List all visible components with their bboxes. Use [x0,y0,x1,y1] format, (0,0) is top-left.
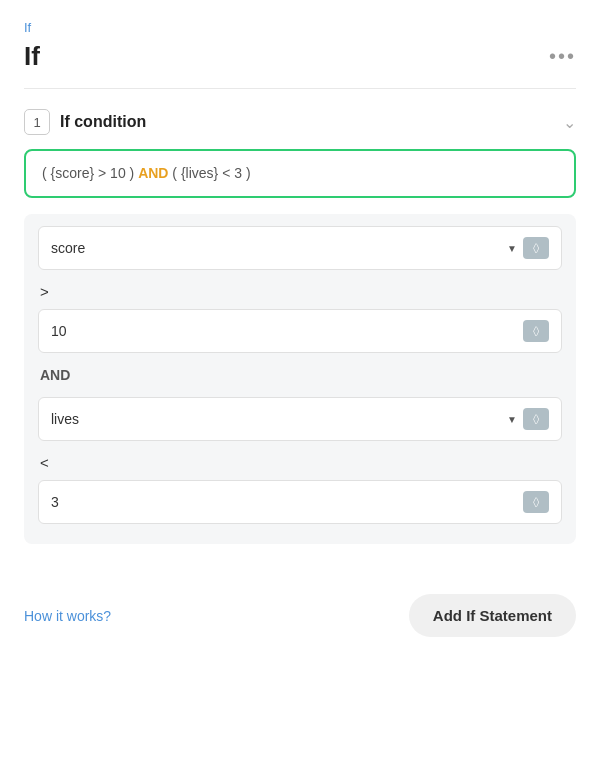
more-options-icon[interactable]: ••• [549,45,576,68]
lives-dropdown-icon[interactable]: ▼ [507,414,517,425]
page-header: If ••• [24,41,576,89]
lives-value-code-icon[interactable]: 〈〉 [523,491,549,513]
lives-field-label: lives [51,411,79,427]
preview-op-gt: > 10 ) [94,165,134,181]
score-value-code-icon[interactable]: 〈〉 [523,320,549,342]
lives-operator: < [40,454,49,471]
score-field-select[interactable]: score ▼ 〈〉 [38,226,562,270]
lives-field-icons: ▼ 〈〉 [507,408,549,430]
preview-open-paren-2: ( [168,165,177,181]
how-it-works-link[interactable]: How it works? [24,608,111,624]
condition-title: If condition [60,113,563,131]
condition-preview: ( {score} > 10 ) AND ( {lives} < 3 ) [24,149,576,198]
preview-op-lt: < 3 ) [218,165,250,181]
score-operator-row: > [38,278,562,305]
breadcrumb: If [24,20,576,35]
lives-field-select[interactable]: lives ▼ 〈〉 [38,397,562,441]
score-value-row[interactable]: 10 〈〉 [38,309,562,353]
condition-number: 1 [24,109,50,135]
score-field-icons: ▼ 〈〉 [507,237,549,259]
conditions-body: score ▼ 〈〉 > 10 〈〉 AND [24,214,576,544]
page-title: If [24,41,40,72]
lives-code-icon[interactable]: 〈〉 [523,408,549,430]
condition-header: 1 If condition ⌄ [24,109,576,135]
lives-operator-row: < [38,449,562,476]
preview-var-lives: {lives} [177,165,218,181]
add-if-statement-button[interactable]: Add If Statement [409,594,576,637]
lives-value: 3 [51,494,59,510]
lives-value-row[interactable]: 3 〈〉 [38,480,562,524]
score-operator: > [40,283,49,300]
score-field-row: score ▼ 〈〉 [38,226,562,270]
preview-var-score: {score} [47,165,94,181]
footer: How it works? Add If Statement [24,584,576,637]
and-separator: AND [38,361,562,389]
lives-field-row: lives ▼ 〈〉 [38,397,562,441]
score-dropdown-icon[interactable]: ▼ [507,243,517,254]
score-field-label: score [51,240,85,256]
score-value: 10 [51,323,67,339]
preview-and: AND [138,165,168,181]
condition-section: 1 If condition ⌄ ( {score} > 10 ) AND ( … [24,109,576,544]
collapse-icon[interactable]: ⌄ [563,113,576,132]
score-code-icon[interactable]: 〈〉 [523,237,549,259]
